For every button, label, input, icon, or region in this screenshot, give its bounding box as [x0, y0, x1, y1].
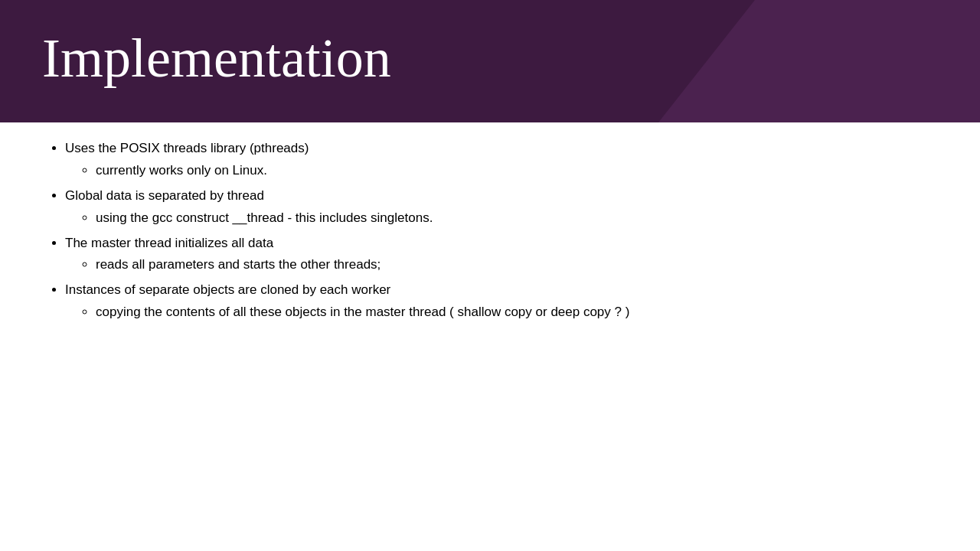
list-item: Global data is separated by thread using…: [65, 185, 980, 230]
list-item-text: The master thread initializes all data: [65, 236, 273, 250]
sub-bullet-list: copying the contents of all these object…: [65, 302, 980, 324]
sub-list-item: using the gcc construct __thread - this …: [96, 207, 980, 230]
sub-list-item-text: currently works only on Linux.: [96, 163, 267, 178]
sub-list-item: reads all parameters and starts the othe…: [96, 254, 980, 276]
sub-bullet-list: reads all parameters and starts the othe…: [65, 254, 980, 276]
list-item-text: Global data is separated by thread: [65, 188, 264, 203]
sub-bullet-list: currently works only on Linux.: [65, 160, 980, 182]
sub-list-item-text: copying the contents of all these object…: [96, 305, 629, 319]
main-bullet-list: Uses the POSIX threads library (pthreads…: [42, 138, 980, 324]
slide-title: Implementation: [0, 0, 980, 90]
sub-bullet-list: using the gcc construct __thread - this …: [65, 207, 980, 230]
slide-header: Implementation: [0, 0, 980, 122]
list-item-text: Uses the POSIX threads library (pthreads…: [65, 141, 309, 155]
sub-list-item-text: using the gcc construct __thread - this …: [96, 210, 433, 225]
list-item: The master thread initializes all data r…: [65, 233, 980, 277]
sub-list-item: copying the contents of all these object…: [96, 302, 980, 324]
slide-content: Uses the POSIX threads library (pthreads…: [0, 122, 980, 324]
sub-list-item-text: reads all parameters and starts the othe…: [96, 257, 381, 272]
sub-list-item: currently works only on Linux.: [96, 160, 980, 182]
list-item: Uses the POSIX threads library (pthreads…: [65, 138, 980, 182]
list-item: Instances of separate objects are cloned…: [65, 279, 980, 324]
list-item-text: Instances of separate objects are cloned…: [65, 282, 390, 297]
